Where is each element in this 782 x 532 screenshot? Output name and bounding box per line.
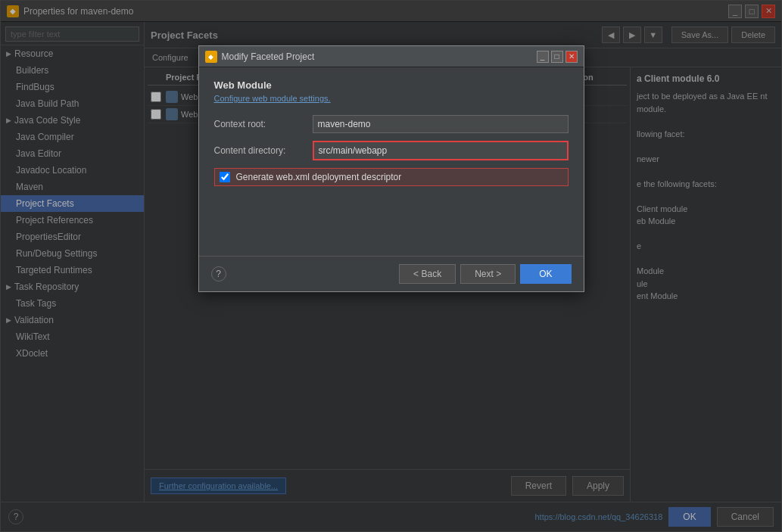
generate-xml-row: Generate web.xml deployment descriptor	[214, 168, 569, 186]
modal-body: Web Module Configure web module settings…	[199, 67, 584, 256]
context-root-label: Context root:	[214, 119, 313, 129]
modal-controls: _ □ ✕	[537, 51, 578, 63]
content-dir-label: Content directory:	[214, 145, 313, 156]
context-root-row: Context root:	[214, 115, 569, 133]
modal-minimize-button[interactable]: _	[537, 51, 549, 63]
modal-title: Modify Faceted Project	[222, 51, 537, 62]
modal-ok-button[interactable]: OK	[520, 264, 571, 284]
generate-xml-checkbox[interactable]	[220, 172, 230, 182]
generate-xml-label: Generate web.xml deployment descriptor	[236, 172, 402, 182]
modal-title-bar: ◆ Modify Faceted Project _ □ ✕	[199, 46, 584, 67]
modify-faceted-project-dialog: ◆ Modify Faceted Project _ □ ✕ Web Modul…	[198, 45, 584, 292]
modal-section-title: Web Module	[214, 79, 569, 91]
modal-close-button[interactable]: ✕	[565, 51, 578, 63]
modal-icon: ◆	[205, 51, 217, 63]
next-button[interactable]: Next >	[460, 264, 516, 284]
modal-overlay: ◆ Modify Faceted Project _ □ ✕ Web Modul…	[0, 0, 782, 532]
context-root-input[interactable]	[313, 115, 569, 133]
modal-spacer	[214, 198, 569, 244]
modal-footer: ? < Back Next > OK	[199, 256, 584, 291]
modal-maximize-button[interactable]: □	[551, 51, 563, 63]
modal-help-icon[interactable]: ?	[211, 266, 226, 282]
content-dir-input[interactable]	[313, 141, 569, 160]
configure-web-link[interactable]: Configure web module settings.	[214, 94, 569, 103]
content-dir-row: Content directory:	[214, 141, 569, 160]
back-button[interactable]: < Back	[399, 264, 456, 284]
